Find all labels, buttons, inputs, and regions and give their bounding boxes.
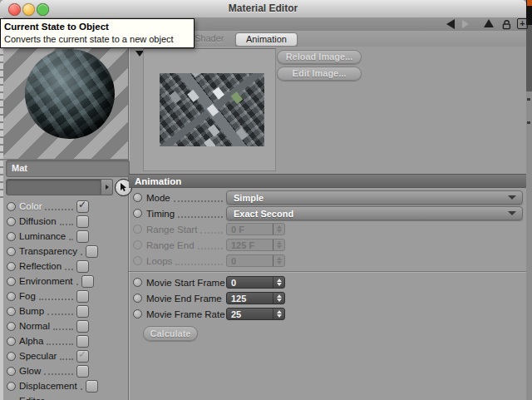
timing-dropdown[interactable]: Exact Second [226, 206, 523, 220]
channel-label: Fog [19, 291, 36, 301]
channel-state-circle[interactable] [7, 217, 16, 226]
channel-state-circle[interactable] [7, 277, 16, 286]
channel-state-circle[interactable] [7, 337, 16, 346]
channel-checkbox[interactable] [76, 365, 89, 378]
channel-checkbox[interactable]: ✓ [76, 350, 89, 363]
mode-state-circle[interactable] [133, 193, 142, 202]
tooltip: Current State to Object Converts the cur… [0, 18, 195, 48]
dotted-leader [65, 262, 73, 270]
channel-row: Diffusion [3, 214, 128, 229]
channel-state-circle[interactable] [7, 382, 16, 391]
channel-row: Environment [3, 274, 128, 289]
right-panel: Reload Image... Edit Image... Animation … [129, 47, 526, 400]
channel-checkbox[interactable] [81, 275, 94, 288]
channel-checkbox[interactable] [76, 230, 89, 243]
channel-checkbox[interactable] [76, 215, 89, 228]
channel-row: Normal [3, 319, 128, 333]
movie-end-frame-stepper[interactable]: 125 [226, 292, 285, 304]
channel-state-circle[interactable] [7, 367, 16, 376]
material-editor-window: Material Editor + Shader Animation Curre… [0, 0, 532, 400]
movie-frame-rate-stepper[interactable]: 25 [226, 308, 285, 320]
channel-checkbox[interactable] [76, 320, 89, 333]
channel-checkbox[interactable] [86, 245, 98, 258]
unlock-icon[interactable] [501, 19, 512, 30]
range-end-label: Range End [146, 240, 195, 250]
check-icon: ✓ [78, 199, 86, 210]
channel-checkbox[interactable] [76, 305, 89, 318]
channel-label: Diffusion [19, 216, 57, 226]
movie-start-frame-stepper[interactable]: 0 [226, 276, 285, 289]
channel-checkbox[interactable]: ✓ [76, 200, 89, 213]
background-mid-area [526, 25, 532, 91]
channel-state-circle[interactable] [7, 352, 16, 361]
channel-label: Glow [19, 366, 41, 376]
channel-label: Bump [19, 306, 44, 316]
forward-arrow-icon[interactable] [462, 20, 469, 28]
dotted-leader [174, 194, 223, 202]
channel-state-circle[interactable] [7, 322, 16, 331]
window-title: Material Editor [0, 2, 526, 14]
timing-state-circle[interactable] [133, 209, 142, 218]
channel-state-circle[interactable] [7, 262, 16, 271]
background-app-right-sliver [526, 0, 532, 400]
background-mark [527, 121, 530, 124]
texture-popup-button[interactable] [101, 179, 113, 195]
channel-checkbox[interactable] [76, 260, 89, 273]
range-start-label: Range Start [146, 225, 197, 235]
loops-row: Loops 0 [129, 253, 526, 269]
channel-row: Alpha [3, 333, 128, 348]
texture-image-thumbnail[interactable] [160, 73, 264, 146]
channel-checkbox[interactable] [76, 290, 89, 303]
channel-label: Normal [19, 321, 50, 331]
channel-state-circle[interactable] [7, 202, 16, 211]
dotted-leader [45, 202, 73, 210]
channel-state-circle[interactable] [7, 307, 16, 316]
channel-state-circle[interactable] [7, 232, 16, 241]
channel-label: Alpha [19, 336, 43, 346]
channel-state-circle[interactable] [7, 292, 16, 301]
channel-checkbox[interactable] [76, 335, 89, 348]
background-red-fragment [527, 0, 532, 6]
loops-stepper: 0 [226, 254, 285, 267]
channel-row: Reflection [3, 259, 128, 274]
stepper-arrows-icon [273, 224, 284, 235]
movie-end-frame-value: 125 [227, 294, 273, 304]
texture-input[interactable] [6, 179, 101, 195]
channel-row: Bump [3, 304, 128, 319]
reload-image-button[interactable]: Reload Image... [277, 50, 362, 64]
animation-section-header: Animation [129, 174, 526, 188]
texture-row [6, 179, 132, 195]
material-preview[interactable] [3, 47, 128, 160]
movie-frame-rate-state-circle[interactable] [133, 309, 142, 319]
movie-frame-rate-row: Movie Frame Rate 25 [129, 306, 526, 322]
movie-start-frame-state-circle[interactable] [133, 278, 142, 287]
dotted-leader [47, 337, 73, 345]
channel-label: Editor [19, 396, 44, 400]
dropdown-arrow-icon [508, 195, 516, 200]
dotted-leader [178, 210, 223, 218]
channel-label: Color [19, 201, 42, 211]
movie-end-frame-state-circle[interactable] [133, 294, 142, 303]
material-name-field[interactable]: Mat [6, 160, 130, 177]
range-start-stepper: 0 F [226, 223, 285, 235]
mode-dropdown[interactable]: Simple [226, 190, 523, 205]
loops-label: Loops [146, 256, 172, 266]
channel-label: Transparency [19, 246, 77, 256]
stepper-arrows-icon[interactable] [273, 309, 284, 319]
title-bar: Material Editor [0, 0, 526, 18]
movie-frame-rate-label: Movie Frame Rate [146, 309, 225, 319]
add-object-icon[interactable]: + [517, 18, 528, 29]
movie-end-frame-label: Movie End Frame [146, 294, 222, 304]
dotted-leader [60, 352, 73, 360]
calculate-button[interactable]: Calculate [143, 326, 198, 341]
back-arrow-icon[interactable] [446, 19, 455, 29]
dotted-leader [39, 292, 73, 300]
range-end-state-circle [133, 240, 142, 249]
channel-state-circle[interactable] [7, 247, 16, 256]
tab-animation[interactable]: Animation [235, 32, 298, 47]
up-arrow-icon[interactable] [484, 19, 494, 27]
stepper-arrows-icon[interactable] [273, 277, 284, 288]
stepper-arrows-icon[interactable] [273, 293, 284, 304]
channel-checkbox[interactable] [86, 380, 98, 393]
edit-image-button[interactable]: Edit Image... [277, 67, 362, 81]
